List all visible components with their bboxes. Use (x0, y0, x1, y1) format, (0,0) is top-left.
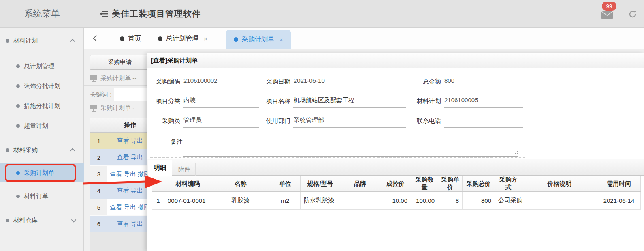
close-icon[interactable]: × (204, 35, 207, 42)
dashed-divider (150, 131, 525, 131)
refresh-icon[interactable] (628, 9, 638, 20)
bullet-icon (16, 195, 20, 198)
sidebar-group-material-plan[interactable]: 材料计划 (0, 33, 84, 48)
remark-label: 备注 (171, 138, 183, 146)
message-count-badge: 99 (602, 2, 616, 11)
tab-attachment[interactable]: 附件 (173, 163, 196, 176)
sidebar-group-material-warehouse[interactable]: 材料仓库 (0, 213, 84, 227)
resize-grip-icon[interactable] (514, 151, 518, 155)
bullet-icon (6, 148, 9, 152)
sidebar-item-material-order[interactable]: 材料订单 (0, 189, 84, 204)
tabbar: 首页 总计划管理 × 采购计划单 × (84, 28, 644, 49)
keyword-label: 关键词 : (90, 91, 111, 99)
modal-tabstrip: 明细 附件 (147, 159, 644, 176)
bullet-icon (6, 219, 9, 222)
row-action-links[interactable]: 查看 导出 (107, 133, 153, 149)
sidebar-item-measure-batch-plan[interactable]: 措施分批计划 (0, 99, 84, 113)
field-project-category: 项目分类 内装 (155, 94, 259, 108)
table-row[interactable]: 2 查看 导出 (90, 149, 153, 166)
collapse-menu-icon[interactable] (100, 10, 109, 19)
detail-row[interactable]: 1 0007-01-0001 乳胶漆 m2 防水乳胶漆 10.00 100.00… (152, 192, 641, 210)
detail-table: 材料编码 名称 单位 规格/型号 品牌 成控价 采购数量 采购单价 采购总价 采… (152, 176, 641, 210)
chevron-down-icon (71, 217, 77, 222)
bullet-icon (16, 124, 20, 128)
panel-title-2: 采购计划单 - (90, 104, 134, 112)
purchase-apply-button[interactable]: 采购申请 (90, 55, 150, 70)
tab-dot-icon (234, 37, 238, 42)
tab-scroll-left-icon[interactable] (93, 35, 100, 42)
divider (84, 85, 153, 86)
app-title: 美佳工装项目管理软件 (112, 8, 201, 19)
sidebar-item-decoration-batch-plan[interactable]: 装饰分批计划 (0, 79, 84, 93)
field-using-department: 使用部门 系统管理部 (265, 114, 406, 128)
chevron-up-icon (70, 148, 75, 153)
panel-title-1: 采购计划单 -- (90, 75, 136, 82)
tab-home[interactable]: 首页 (120, 28, 141, 49)
table-row[interactable]: 5 查看 导出 撤回 (90, 199, 153, 216)
annotation-arrow-icon (78, 170, 165, 191)
field-total-amount: 总金额 800 (416, 74, 523, 89)
bullet-icon (6, 39, 9, 43)
bullet-icon (16, 64, 20, 68)
field-project-name: 项目名称 机场航站区及配套工程 (265, 94, 406, 108)
field-purchase-date: 采购日期 2021-06-10 (265, 74, 406, 89)
field-purchase-code: 采购编码 2106100002 (155, 74, 259, 89)
project-name-link[interactable]: 机场航站区及配套工程 (293, 94, 406, 108)
view-purchase-plan-modal: [查看]采购计划单 采购编码 2106100002 采购日期 2021-06-1… (147, 53, 644, 251)
tab-dot-icon (120, 36, 124, 41)
dashed-divider (150, 157, 525, 158)
operation-header: 操作 (107, 118, 153, 132)
field-purchaser: 采购员 管理员 (155, 114, 259, 128)
table-row[interactable]: 6 查看 导出 (90, 216, 153, 232)
topbar: 系统菜单 美佳工装项目管理软件 99 (0, 0, 644, 28)
monitor-icon (90, 105, 97, 112)
table-footer-area (90, 232, 153, 251)
row-action-links[interactable]: 查看 导出 (107, 216, 153, 232)
table-row[interactable]: 1 查看 导出 (90, 133, 153, 149)
detail-header-row: 材料编码 名称 单位 规格/型号 品牌 成控价 采购数量 采购单价 采购总价 采… (152, 176, 641, 192)
field-material-plan: 材料计划 2106100005 (416, 94, 523, 108)
remark-textarea[interactable] (183, 143, 518, 157)
annotation-highlight-box (5, 164, 76, 182)
field-contact-phone: 联系电话 (416, 114, 523, 128)
close-icon[interactable]: × (279, 36, 283, 43)
tab-purchase-plan[interactable]: 采购计划单 × (226, 30, 291, 49)
bullet-icon (16, 84, 20, 88)
row-action-links[interactable]: 查看 导出 撤回 (107, 199, 153, 215)
row-action-links[interactable]: 查看 导出 (107, 149, 153, 165)
row-number-header (90, 118, 107, 132)
divider (84, 115, 153, 115)
sidebar: 材料计划 总计划管理 装饰分批计划 措施分批计划 超量计划 材料采购 采购计划单… (0, 28, 84, 251)
sidebar-item-total-plan[interactable]: 总计划管理 (0, 59, 84, 73)
tab-dot-icon (158, 36, 162, 41)
table-header-row: 操作 (90, 118, 153, 133)
bullet-icon (16, 104, 20, 108)
sidebar-group-material-purchase[interactable]: 材料采购 (0, 143, 84, 157)
chevron-up-icon (70, 39, 75, 44)
envelope-icon[interactable] (601, 11, 613, 20)
tab-total-plan[interactable]: 总计划管理 × (158, 28, 207, 49)
sidebar-item-excess-plan[interactable]: 超量计划 (0, 118, 84, 133)
modal-title: [查看]采购计划单 (147, 53, 644, 68)
monitor-icon (90, 75, 97, 82)
sidebar-title: 系统菜单 (0, 0, 84, 28)
